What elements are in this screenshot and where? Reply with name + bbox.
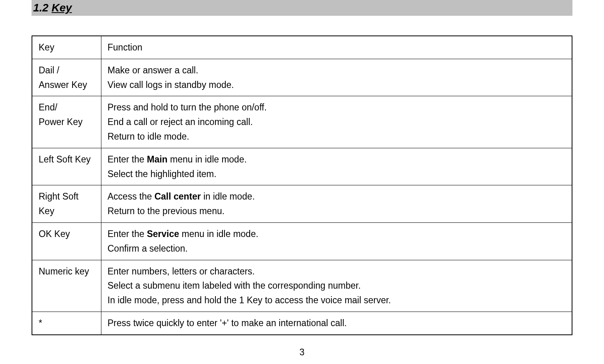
table-row: Dail / Answer Key Make or answer a call.… — [32, 59, 572, 96]
key-text: Right Soft — [39, 189, 95, 204]
key-text: Power Key — [39, 115, 95, 129]
table-row: Left Soft Key Enter the Main menu in idl… — [32, 148, 572, 185]
function-text: Access the Call center in idle mode. — [108, 189, 566, 204]
header-function: Function — [101, 36, 572, 59]
function-text: Select a submenu item labeled with the c… — [108, 278, 566, 293]
key-cell: Left Soft Key — [32, 148, 101, 185]
function-cell: Press twice quickly to enter '+' to make… — [101, 312, 572, 334]
function-cell: Enter the Main menu in idle mode. Select… — [101, 148, 572, 185]
function-cell: Access the Call center in idle mode. Ret… — [101, 185, 572, 223]
table-row: * Press twice quickly to enter '+' to ma… — [32, 312, 572, 334]
key-cell: Dail / Answer Key — [32, 59, 101, 96]
function-text: Make or answer a call. — [108, 63, 566, 78]
table-row: End/ Power Key Press and hold to turn th… — [32, 96, 572, 148]
section-header: 1.2 Key — [32, 0, 572, 16]
key-text: Key — [39, 204, 95, 218]
function-text: View call logs in standby mode. — [108, 78, 566, 92]
key-text: Answer Key — [39, 78, 95, 92]
function-text: Select the highlighted item. — [108, 167, 566, 181]
function-text: Confirm a selection. — [108, 241, 566, 256]
key-text: Left Soft Key — [39, 152, 95, 167]
function-cell: Enter the Service menu in idle mode. Con… — [101, 222, 572, 260]
page-container: 1.2 Key Key Function Dail / Answer Key M… — [0, 0, 604, 358]
function-text: Enter the Main menu in idle mode. — [108, 152, 566, 167]
section-number: 1.2 — [33, 2, 49, 14]
function-text: Return to the previous menu. — [108, 204, 566, 218]
function-text: End a call or reject an incoming call. — [108, 115, 566, 129]
key-cell: End/ Power Key — [32, 96, 101, 148]
table-row: Numeric key Enter numbers, letters or ch… — [32, 260, 572, 312]
function-text: Return to idle mode. — [108, 129, 566, 144]
table-row: OK Key Enter the Service menu in idle mo… — [32, 222, 572, 260]
page-number: 3 — [32, 347, 572, 358]
function-text: Press and hold to turn the phone on/off. — [108, 100, 566, 115]
function-text: In idle mode, press and hold the 1 Key t… — [108, 293, 566, 308]
section-title: Key — [52, 2, 72, 14]
key-text: OK Key — [39, 227, 95, 241]
key-cell: OK Key — [32, 222, 101, 260]
key-text: Numeric key — [39, 264, 95, 279]
key-cell: Right Soft Key — [32, 185, 101, 223]
function-text: Press twice quickly to enter '+' to make… — [108, 316, 566, 330]
table-header-row: Key Function — [32, 36, 572, 59]
key-text: Dail / — [39, 63, 95, 78]
function-text: Enter numbers, letters or characters. — [108, 264, 566, 279]
function-cell: Press and hold to turn the phone on/off.… — [101, 96, 572, 148]
key-cell: * — [32, 312, 101, 334]
function-cell: Make or answer a call. View call logs in… — [101, 59, 572, 96]
key-cell: Numeric key — [32, 260, 101, 312]
table-row: Right Soft Key Access the Call center in… — [32, 185, 572, 223]
function-text: Enter the Service menu in idle mode. — [108, 227, 566, 241]
key-function-table: Key Function Dail / Answer Key Make or a… — [32, 35, 572, 335]
function-cell: Enter numbers, letters or characters. Se… — [101, 260, 572, 312]
key-text: End/ — [39, 100, 95, 115]
key-text: * — [39, 316, 95, 330]
header-key: Key — [32, 36, 101, 59]
